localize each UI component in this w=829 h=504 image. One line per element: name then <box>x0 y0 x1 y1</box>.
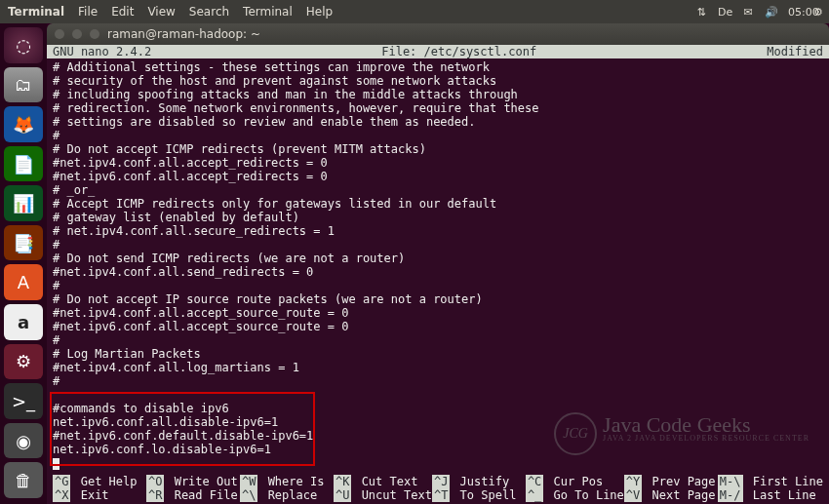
nano-shortcut: ^G Get Help <box>53 475 146 488</box>
amazon-icon[interactable]: a <box>4 304 43 340</box>
dash-icon[interactable]: ◌ <box>4 27 43 63</box>
disc-icon[interactable]: ◉ <box>4 423 43 459</box>
nano-shortcut: ^T To Spell <box>432 488 526 502</box>
nano-shortcut: ^V Next Page <box>624 488 718 502</box>
files-icon[interactable]: 🗂 <box>4 67 43 103</box>
nano-file: File: /etc/sysctl.conf <box>151 45 767 58</box>
calc-icon[interactable]: 📊 <box>4 185 43 221</box>
mail-icon[interactable]: ✉ <box>741 6 755 19</box>
network-icon[interactable]: ⇅ <box>694 6 708 19</box>
nano-status: Modified <box>767 45 823 58</box>
work-area: raman@raman-hadoop: ~ GNU nano 2.4.2 Fil… <box>47 23 829 504</box>
nano-shortcut: M-\ First Line <box>718 475 823 488</box>
impress-icon[interactable]: 📑 <box>4 225 43 261</box>
menu-view[interactable]: View <box>147 5 175 19</box>
nano-shortcut: ^C Cur Pos <box>526 475 624 488</box>
menu-file[interactable]: File <box>78 5 98 19</box>
nano-shortcut: ^W Where Is <box>240 475 334 488</box>
nano-shortcut: ^Y Prev Page <box>624 475 718 488</box>
nano-shortcut: ^\ Replace <box>240 488 334 502</box>
software-center-icon[interactable]: A <box>4 264 43 300</box>
minimize-button[interactable] <box>72 29 82 39</box>
maximize-button[interactable] <box>90 29 99 39</box>
close-button[interactable] <box>55 29 64 39</box>
menubar: Terminal File Edit View Search Terminal … <box>8 5 333 19</box>
menubar-app: Terminal <box>8 5 64 19</box>
clock[interactable]: 05:00 <box>788 6 802 19</box>
terminal-launcher-icon[interactable]: >_ <box>4 383 43 419</box>
window-title-text: raman@raman-hadoop: ~ <box>107 27 260 41</box>
menu-terminal[interactable]: Terminal <box>243 5 293 19</box>
session-icon[interactable]: ⚙ <box>811 6 825 19</box>
nano-shortcut: ^_ Go To Line <box>526 488 624 502</box>
nano-shortcut: ^O Write Out <box>146 475 240 488</box>
window-titlebar[interactable]: raman@raman-hadoop: ~ <box>47 23 829 45</box>
menu-edit[interactable]: Edit <box>111 5 134 19</box>
unity-launcher: ◌ 🗂 🦊 📄 📊 📑 A a ⚙ >_ ◉ 🗑 <box>0 23 47 504</box>
settings-icon[interactable]: ⚙ <box>4 344 43 380</box>
system-tray: ⇅ De ✉ 🔊 05:00 ⚙ <box>694 6 825 19</box>
highlight-box <box>50 392 315 466</box>
menu-search[interactable]: Search <box>189 5 229 19</box>
trash-icon[interactable]: 🗑 <box>4 462 43 498</box>
top-panel: Terminal File Edit View Search Terminal … <box>0 0 829 23</box>
firefox-icon[interactable]: 🦊 <box>4 106 43 142</box>
writer-icon[interactable]: 📄 <box>4 146 43 182</box>
sound-icon[interactable]: 🔊 <box>765 6 778 19</box>
nano-footer: ^G Get Help^O Write Out^W Where Is^K Cut… <box>47 473 829 504</box>
nano-shortcut: ^J Justify <box>432 475 526 488</box>
keyboard-indicator[interactable]: De <box>718 6 731 19</box>
nano-shortcut: M-/ Last Line <box>718 488 823 502</box>
nano-version: GNU nano 2.4.2 <box>53 45 151 58</box>
nano-shortcut: ^U Uncut Text <box>334 488 432 502</box>
nano-shortcut: ^R Read File <box>146 488 240 502</box>
menu-help[interactable]: Help <box>306 5 333 19</box>
terminal[interactable]: GNU nano 2.4.2 File: /etc/sysctl.conf Mo… <box>47 45 829 504</box>
nano-header: GNU nano 2.4.2 File: /etc/sysctl.conf Mo… <box>47 45 829 58</box>
nano-shortcut: ^K Cut Text <box>334 475 432 488</box>
nano-shortcut: ^X Exit <box>53 488 146 502</box>
